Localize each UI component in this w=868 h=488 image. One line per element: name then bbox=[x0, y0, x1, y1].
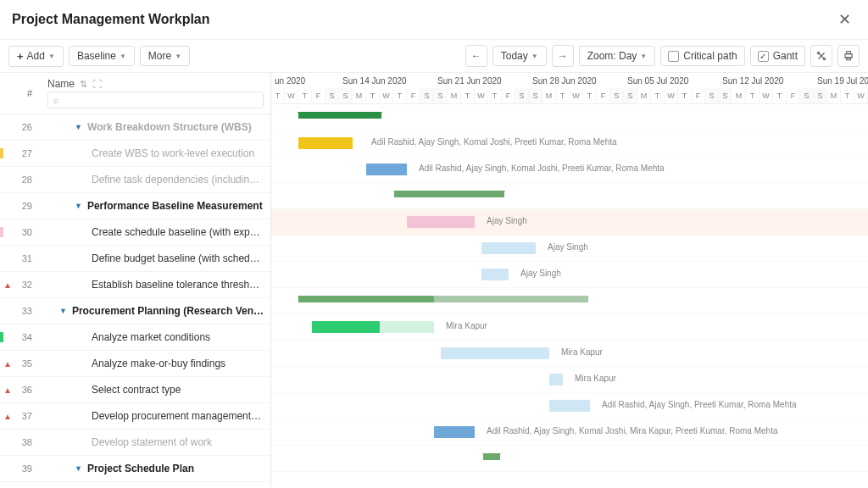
gantt-row: Ajay Singh bbox=[271, 236, 868, 262]
expand-icon[interactable]: ⛶ bbox=[92, 79, 102, 89]
day-header: S bbox=[529, 88, 542, 103]
baseline-button[interactable]: Baseline▼ bbox=[69, 46, 135, 66]
task-bar[interactable] bbox=[407, 216, 475, 228]
summary-bar[interactable] bbox=[298, 296, 434, 302]
name-header: Name bbox=[47, 78, 75, 90]
more-label: More bbox=[148, 50, 171, 62]
sort-icon[interactable]: ⇅ bbox=[80, 79, 87, 90]
week-header: Sun 14 Jun 2020 bbox=[339, 73, 434, 88]
task-bar[interactable] bbox=[298, 137, 353, 149]
print-icon[interactable] bbox=[837, 45, 860, 67]
tools-icon[interactable] bbox=[810, 45, 832, 67]
task-name[interactable]: Define task dependencies (includin… bbox=[41, 174, 270, 186]
week-header: Sun 05 Jul 2020 bbox=[624, 73, 719, 88]
task-bar[interactable] bbox=[434, 426, 475, 438]
summary-bar[interactable] bbox=[298, 112, 381, 119]
day-header: T bbox=[298, 88, 312, 103]
task-bar[interactable] bbox=[441, 347, 549, 359]
task-bar[interactable] bbox=[366, 164, 407, 175]
gantt-toggle[interactable]: ✓Gantt bbox=[750, 46, 805, 66]
task-name[interactable]: ▼Performance Baseline Measurement bbox=[41, 200, 270, 212]
add-button[interactable]: +Add▼ bbox=[8, 46, 64, 67]
day-header: F bbox=[597, 88, 610, 103]
task-name[interactable]: Analyze make-or-buy findings bbox=[41, 358, 270, 369]
day-header: S bbox=[814, 88, 827, 103]
task-name[interactable]: Define budget baseline (with sched… bbox=[41, 252, 270, 264]
task-name[interactable]: Select contract type bbox=[41, 384, 270, 396]
prev-button[interactable]: ← bbox=[465, 45, 487, 67]
search-input[interactable]: ⌕ bbox=[47, 92, 264, 108]
day-header: F bbox=[502, 88, 515, 103]
day-header: F bbox=[692, 88, 705, 103]
day-header: W bbox=[380, 88, 393, 103]
task-bar[interactable] bbox=[481, 269, 509, 280]
summary-bar[interactable] bbox=[434, 296, 588, 302]
row-number: 26 bbox=[0, 122, 41, 132]
task-row[interactable]: 34Analyze market conditions bbox=[0, 324, 270, 351]
day-header: M bbox=[637, 88, 651, 103]
task-row[interactable]: 37▲Develop procurement management… bbox=[0, 403, 270, 430]
row-number: 30 bbox=[0, 227, 41, 237]
task-row[interactable]: 39▼Project Schedule Plan bbox=[0, 456, 270, 482]
chevron-down-icon: ▼ bbox=[120, 53, 126, 60]
task-name[interactable]: ▼Procurement Planning (Research Ven… bbox=[41, 305, 270, 317]
zoom-button[interactable]: Zoom: Day▼ bbox=[579, 46, 656, 66]
collapse-icon[interactable]: ▼ bbox=[75, 464, 82, 473]
day-header: S bbox=[326, 88, 339, 103]
task-name[interactable]: Establish baseline tolerance thresh… bbox=[41, 279, 270, 291]
gantt-row: Ajay Singh bbox=[271, 262, 868, 288]
task-name[interactable]: Develop statement of work bbox=[41, 436, 270, 448]
day-header: S bbox=[339, 88, 353, 103]
task-name[interactable]: Develop procurement management… bbox=[41, 410, 270, 422]
today-button[interactable]: Today▼ bbox=[492, 46, 547, 66]
gantt-row: Adil Rashid, Ajay Singh, Preeti Kumar, R… bbox=[271, 393, 868, 419]
collapse-icon[interactable]: ▼ bbox=[75, 123, 82, 131]
task-name[interactable]: Create schedule baseline (with exp… bbox=[41, 226, 270, 238]
day-header: S bbox=[434, 88, 448, 103]
task-row[interactable]: 28Define task dependencies (includin… bbox=[0, 167, 270, 193]
collapse-icon[interactable]: ▼ bbox=[59, 307, 67, 315]
row-number: 39 bbox=[0, 463, 41, 474]
task-bar[interactable] bbox=[481, 242, 536, 254]
task-row[interactable]: 38Develop statement of work bbox=[0, 430, 270, 456]
day-header: M bbox=[827, 88, 841, 103]
task-row[interactable]: 33▼Procurement Planning (Research Ven… bbox=[0, 298, 270, 324]
day-header: F bbox=[787, 88, 800, 103]
task-row[interactable]: 36▲Select contract type bbox=[0, 377, 270, 403]
more-button[interactable]: More▼ bbox=[140, 46, 190, 66]
summary-bar[interactable] bbox=[394, 191, 504, 197]
collapse-icon[interactable]: ▼ bbox=[75, 202, 82, 210]
day-header: S bbox=[624, 88, 637, 103]
day-header: T bbox=[583, 88, 597, 103]
add-label: Add bbox=[27, 50, 45, 62]
close-icon[interactable]: ✕ bbox=[833, 8, 856, 30]
task-bar[interactable] bbox=[312, 321, 380, 333]
task-bar[interactable] bbox=[380, 321, 434, 333]
task-name[interactable]: ▼Work Breakdown Structure (WBS) bbox=[41, 121, 270, 133]
next-button[interactable]: → bbox=[552, 45, 574, 67]
day-header: M bbox=[732, 88, 746, 103]
task-name[interactable]: Create WBS to work-level execution bbox=[41, 147, 270, 159]
day-header: T bbox=[773, 88, 787, 103]
day-header: W bbox=[285, 88, 298, 103]
critical-path-toggle[interactable]: Critical path bbox=[660, 46, 744, 66]
assignees: Ajay Singh bbox=[487, 216, 527, 225]
task-row[interactable]: 27Create WBS to work-level execution bbox=[0, 141, 270, 167]
task-row[interactable]: 31Define budget baseline (with sched… bbox=[0, 246, 270, 272]
day-header: W bbox=[854, 88, 868, 103]
alert-icon: ▲ bbox=[3, 412, 12, 421]
task-name[interactable]: ▼Project Schedule Plan bbox=[41, 463, 270, 474]
summary-bar[interactable] bbox=[483, 453, 500, 460]
task-row[interactable]: 32▲Establish baseline tolerance thresh… bbox=[0, 272, 270, 298]
task-row[interactable]: 29▼Performance Baseline Measurement bbox=[0, 193, 270, 219]
task-row[interactable]: 30Create schedule baseline (with exp… bbox=[0, 219, 270, 246]
task-name[interactable]: Analyze market conditions bbox=[41, 331, 270, 343]
zoom-label: Zoom: Day bbox=[587, 50, 637, 62]
task-row[interactable]: 35▲Analyze make-or-buy findings bbox=[0, 351, 270, 377]
task-row[interactable]: 26▼Work Breakdown Structure (WBS) bbox=[0, 114, 270, 141]
task-bar[interactable] bbox=[549, 374, 563, 385]
day-header: M bbox=[448, 88, 461, 103]
day-header: W bbox=[570, 88, 583, 103]
task-bar[interactable] bbox=[549, 400, 590, 412]
alert-icon: ▲ bbox=[3, 359, 12, 369]
